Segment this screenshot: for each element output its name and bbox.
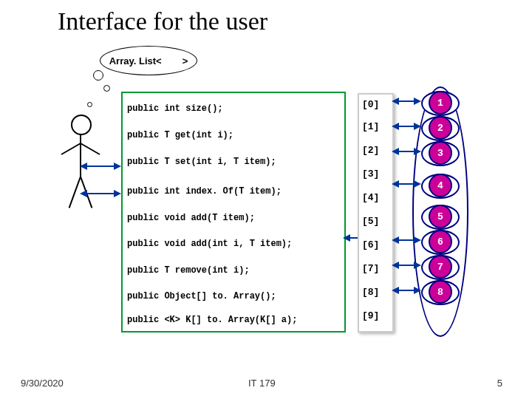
stick-figure-icon — [58, 115, 102, 225]
node-value: 1 — [429, 91, 452, 115]
node-value: 2 — [429, 116, 452, 140]
code-line: public void add(int i, T item); — [127, 239, 292, 249]
code-line: public T set(int i, T item); — [127, 157, 276, 167]
node-value: 4 — [429, 174, 452, 197]
array-index: [3] — [362, 168, 379, 180]
code-line: public T remove(int i); — [127, 265, 250, 276]
array-index: [6] — [362, 239, 379, 250]
thought-cloud: Array. List< > — [100, 46, 197, 75]
interface-code-box: public int size(); public T get(int i); … — [121, 92, 346, 332]
node-value: 7 — [429, 255, 452, 279]
code-line: public void add(T item); — [127, 213, 255, 223]
thought-bubble-dot — [87, 102, 92, 107]
node-value: 5 — [429, 205, 452, 228]
array-index: [5] — [362, 216, 379, 227]
array-index: [2] — [362, 145, 379, 156]
cloud-text-suffix: > — [183, 55, 188, 66]
node-value: 3 — [429, 141, 452, 165]
thought-bubble-dot — [103, 85, 110, 92]
data-node: 3 — [421, 141, 457, 163]
array-index: [1] — [362, 121, 379, 132]
data-node: 7 — [421, 255, 457, 277]
array-index-box: [0] [1] [2] [3] [4] [5] [6] [7] [8] [9] — [358, 93, 394, 332]
data-node: 2 — [421, 116, 457, 138]
code-line: public int size(); — [127, 103, 223, 114]
array-index: [8] — [362, 287, 379, 298]
node-value: 8 — [429, 280, 452, 304]
footer-page-number: 5 — [497, 378, 502, 389]
footer-course: IT 179 — [248, 378, 276, 389]
cloud-text-prefix: Array. List< — [109, 55, 162, 66]
code-line: public int index. Of(T item); — [127, 186, 282, 197]
array-index: [0] — [362, 99, 379, 110]
data-node: 4 — [421, 174, 457, 196]
slide-title: Interface for the user — [58, 7, 267, 35]
data-node: 1 — [421, 91, 457, 113]
code-line: public <K> K[] to. Array(K[] a); — [127, 315, 297, 325]
node-value: 6 — [429, 230, 452, 253]
code-line: public Object[] to. Array(); — [127, 291, 276, 301]
footer-date: 9/30/2020 — [21, 378, 64, 389]
code-line: public T get(int i); — [127, 130, 233, 140]
array-index: [4] — [362, 192, 379, 203]
data-node: 6 — [421, 230, 457, 252]
data-node: 5 — [421, 205, 457, 227]
array-index: [7] — [362, 263, 379, 274]
data-node: 8 — [421, 280, 457, 302]
array-index: [9] — [362, 310, 379, 321]
